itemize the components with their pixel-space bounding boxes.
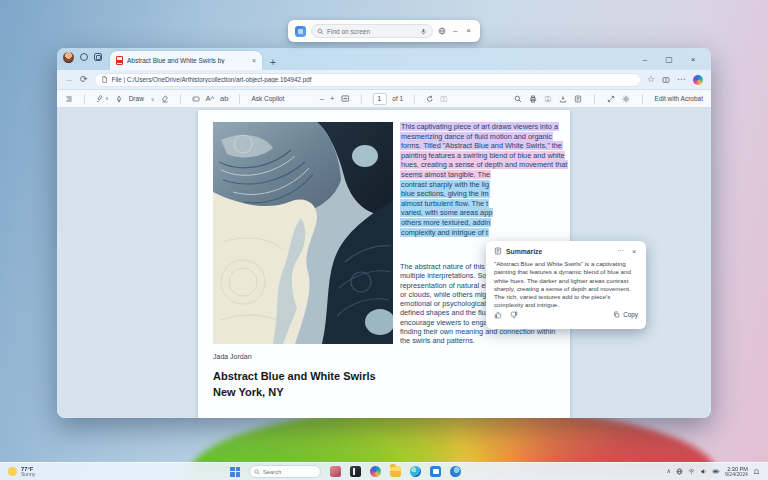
globe-icon[interactable] xyxy=(438,27,446,35)
tab-search-icon[interactable] xyxy=(80,53,88,61)
page-view-icon[interactable] xyxy=(440,95,448,103)
browser-window: Abstract Blue and White Swirls by × + – … xyxy=(57,48,711,418)
doc-line: almost turbulent flow. The t xyxy=(400,199,567,209)
copilot-icon[interactable] xyxy=(370,466,381,477)
add-text-icon[interactable]: A^ xyxy=(206,95,215,103)
file-explorer-icon[interactable] xyxy=(390,466,401,477)
copy-button[interactable]: Copy xyxy=(613,311,638,318)
start-button[interactable] xyxy=(230,467,240,477)
window-close-button[interactable]: × xyxy=(681,48,705,70)
bell-icon[interactable] xyxy=(753,468,760,475)
draw-pen-icon[interactable] xyxy=(115,95,123,103)
globe-icon[interactable] xyxy=(676,468,683,475)
address-bar: ← ⟳ File | C:/Users/OneDrive/Arthistoryc… xyxy=(57,70,711,90)
artwork-image xyxy=(213,122,393,344)
store-icon[interactable] xyxy=(430,466,441,477)
doc-line: others more textured, addin xyxy=(400,218,567,228)
find-minimize-button[interactable]: – xyxy=(451,26,459,36)
fullscreen-icon[interactable] xyxy=(607,95,615,103)
edit-with-acrobat-button[interactable]: Edit with Acrobat xyxy=(655,95,703,102)
artist-name: Jada Jordan xyxy=(213,353,252,360)
more-menu-icon[interactable]: ⋯ xyxy=(677,75,686,84)
artwork-title: Abstract Blue and White Swirls xyxy=(213,370,376,382)
pdf-file-icon xyxy=(116,56,123,65)
draw-button[interactable]: Draw xyxy=(129,95,144,102)
window-maximize-button[interactable]: ▢ xyxy=(657,48,681,70)
tab-title: Abstract Blue and White Swirls by xyxy=(127,57,248,64)
clock[interactable]: 2:30 PM 9/24/2024 xyxy=(725,466,748,478)
print-icon[interactable] xyxy=(529,95,537,103)
pdf-viewport[interactable]: This captivating piece of art draws view… xyxy=(57,108,711,418)
split-screen-icon[interactable] xyxy=(662,76,670,84)
volume-icon[interactable] xyxy=(700,468,707,475)
pdf-toolbar: ∨ Draw ∨ A^ ab Ask Copilot – + 1 of 1 xyxy=(57,90,711,108)
favorites-star-icon[interactable]: ☆ xyxy=(647,75,655,84)
workspaces-icon[interactable] xyxy=(94,53,102,61)
read-aloud-icon[interactable]: ab xyxy=(220,95,228,103)
refresh-icon[interactable]: ⟳ xyxy=(80,75,88,84)
zoom-in-icon[interactable]: + xyxy=(330,95,334,103)
doc-line: hues, creating a sense of depth and move… xyxy=(400,160,567,170)
doc-line: forms. Titled "Abstract Blue and White S… xyxy=(400,141,567,151)
find-input[interactable] xyxy=(327,28,407,35)
copilot-icon[interactable] xyxy=(693,75,703,85)
page-number-input[interactable]: 1 xyxy=(372,93,386,105)
zoom-out-icon[interactable]: – xyxy=(320,95,324,103)
mic-icon[interactable] xyxy=(420,28,427,35)
fit-to-width-icon[interactable] xyxy=(340,94,349,103)
summarize-icon xyxy=(494,247,502,255)
find-widget-app-logo xyxy=(295,26,306,37)
find-close-button[interactable]: × xyxy=(464,26,473,36)
doc-line: blue sections, giving the im xyxy=(400,189,567,199)
doc-line: seems almost tangible. The xyxy=(400,170,567,180)
rotate-icon[interactable] xyxy=(426,95,434,103)
weather-widget[interactable]: 77°F Sunny xyxy=(0,466,230,477)
taskbar-search-input[interactable] xyxy=(263,469,308,475)
search-document-icon[interactable] xyxy=(514,95,522,103)
address-pill[interactable]: File | C:/Users/OneDrive/Arthistorycolle… xyxy=(94,73,641,87)
doc-line: complexity and intrigue of t xyxy=(400,228,567,238)
save-icon[interactable] xyxy=(544,95,552,103)
share-icon[interactable] xyxy=(574,95,582,103)
dark-app-icon[interactable] xyxy=(350,466,361,477)
popup-close-icon[interactable]: × xyxy=(630,248,638,255)
document-paragraph-1[interactable]: This captivating piece of art draws view… xyxy=(400,122,567,237)
draw-dropdown-icon[interactable]: ∨ xyxy=(151,96,155,102)
save-as-icon[interactable] xyxy=(559,95,567,103)
taskbar-search[interactable] xyxy=(249,465,321,478)
thumb-up-icon[interactable] xyxy=(494,305,502,323)
ask-copilot-button[interactable]: Ask Copilot xyxy=(251,95,284,102)
popup-title: Summarize xyxy=(506,248,611,255)
pink-app-icon[interactable] xyxy=(330,466,341,477)
back-icon[interactable]: ← xyxy=(65,75,74,84)
text-box-icon[interactable] xyxy=(192,95,200,103)
date-label: 9/24/2024 xyxy=(725,472,748,478)
address-url: File | C:/Users/OneDrive/Arthistorycolle… xyxy=(112,76,312,83)
settings-gear-icon[interactable] xyxy=(622,95,630,103)
blue-app-icon[interactable] xyxy=(450,466,461,477)
weather-condition: Sunny xyxy=(21,472,35,477)
tab-close-icon[interactable]: × xyxy=(252,57,256,64)
find-on-screen-widget: – × xyxy=(288,20,480,42)
edge-icon[interactable] xyxy=(410,466,421,477)
eraser-icon[interactable] xyxy=(161,95,169,103)
sun-icon xyxy=(8,467,17,476)
doc-line: the swirls and patterns. xyxy=(400,336,567,345)
doc-line: contrast sharply with the lig xyxy=(400,180,567,190)
profile-avatar[interactable] xyxy=(63,52,74,63)
chevron-up-icon[interactable]: ∧ xyxy=(667,468,671,474)
doc-line: varied, with some areas app xyxy=(400,208,567,218)
thumb-down-icon[interactable] xyxy=(510,305,518,323)
window-minimize-button[interactable]: – xyxy=(633,48,657,70)
find-input-box[interactable] xyxy=(311,24,433,38)
toc-icon[interactable] xyxy=(65,95,73,103)
popup-summary-text: "Abstract Blue and White Swirls" is a ca… xyxy=(494,260,638,310)
new-tab-button[interactable]: + xyxy=(270,57,276,70)
doc-line: painting features a swirling blend of bl… xyxy=(400,151,567,161)
active-tab[interactable]: Abstract Blue and White Swirls by × xyxy=(110,51,262,70)
wifi-icon[interactable] xyxy=(688,468,695,475)
popup-more-icon[interactable]: ⋯ xyxy=(615,247,626,255)
taskbar: 77°F Sunny ∧ 2:30 PM 9/24/2024 xyxy=(0,462,768,480)
battery-icon[interactable] xyxy=(712,468,720,475)
highlighter-icon[interactable]: ∨ xyxy=(96,95,109,103)
